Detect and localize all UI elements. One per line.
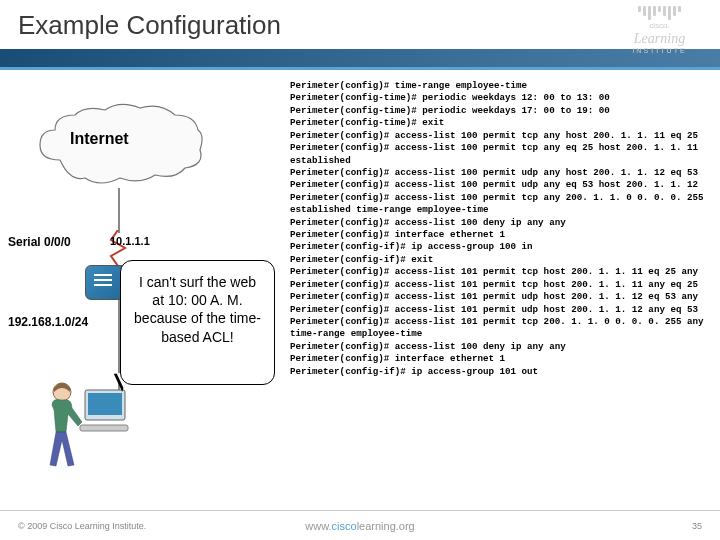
network-diagram: Internet Serial 0/0/0 10.1.1.1 R1 192.16…: [0, 70, 280, 510]
cisco-bars-icon: [617, 6, 702, 20]
inside-network-label: 192.168.1.0/24: [8, 315, 88, 329]
slide-content: Internet Serial 0/0/0 10.1.1.1 R1 192.16…: [0, 70, 720, 510]
outside-ip-label: 10.1.1.1: [110, 235, 150, 247]
logo-learning: Learning: [617, 31, 702, 47]
logo-institute: INSTITUTE: [617, 47, 702, 54]
page-number: 35: [692, 521, 702, 531]
slide-header: Example Configuration cisco. Learning IN…: [0, 0, 720, 70]
cisco-logo: cisco. Learning INSTITUTE: [617, 6, 702, 54]
copyright-text: © 2009 Cisco Learning Institute.: [18, 521, 146, 531]
internet-label: Internet: [70, 130, 129, 148]
footer-url: www.ciscolearning.org: [305, 520, 414, 532]
svg-rect-1: [88, 393, 122, 415]
header-stripe: [0, 49, 720, 67]
cli-config-block: Perimeter(config)# time-range employee-t…: [290, 80, 710, 378]
speech-bubble: I can't surf the web at 10: 00 A. M. bec…: [120, 260, 275, 385]
svg-rect-2: [80, 425, 128, 431]
wire-cloud-serial: [118, 188, 120, 233]
serial-interface-label: Serial 0/0/0: [8, 235, 71, 249]
slide-title: Example Configuration: [18, 10, 281, 41]
logo-brand: cisco.: [617, 22, 702, 31]
slide-footer: © 2009 Cisco Learning Institute. www.cis…: [0, 510, 720, 540]
